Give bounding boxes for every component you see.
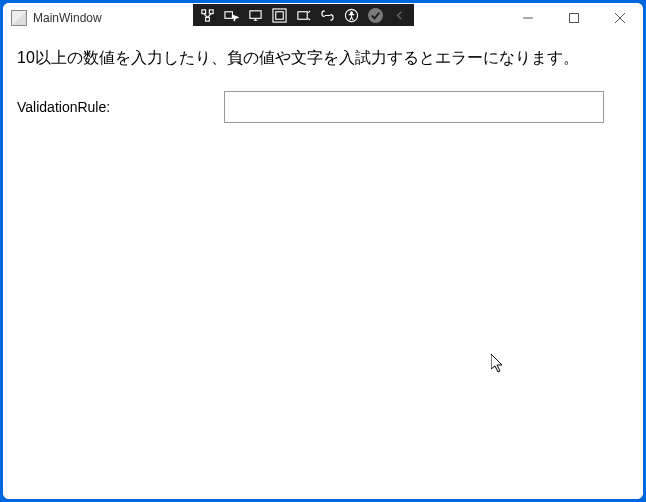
- check-icon[interactable]: [368, 8, 383, 23]
- svg-rect-6: [250, 10, 261, 18]
- validation-label: ValidationRule:: [17, 99, 224, 115]
- svg-line-18: [352, 17, 354, 20]
- display-layout-icon[interactable]: [244, 5, 267, 25]
- visual-tree-icon[interactable]: [196, 5, 219, 25]
- app-icon: [11, 10, 27, 26]
- content-area: 10以上の数値を入力したり、負の値や文字を入試力するとエラーになります。 Val…: [3, 33, 643, 499]
- maximize-button[interactable]: [551, 3, 597, 33]
- svg-rect-9: [276, 11, 284, 19]
- form-row: ValidationRule:: [17, 91, 629, 123]
- svg-rect-10: [273, 8, 286, 21]
- main-window: MainWindow: [3, 3, 643, 499]
- dev-toolbar: [193, 4, 414, 26]
- svg-rect-11: [298, 11, 307, 19]
- track-focus-icon[interactable]: [268, 5, 291, 25]
- collapse-chevron-icon[interactable]: [388, 5, 411, 25]
- svg-rect-1: [209, 9, 213, 13]
- binding-icon[interactable]: [316, 5, 339, 25]
- svg-rect-20: [570, 14, 579, 23]
- window-title: MainWindow: [33, 11, 102, 25]
- svg-point-14: [351, 11, 353, 13]
- window-controls: [505, 3, 643, 33]
- svg-rect-5: [225, 11, 233, 18]
- instruction-text: 10以上の数値を入力したり、負の値や文字を入試力するとエラーになります。: [17, 48, 629, 69]
- svg-rect-2: [206, 17, 210, 21]
- select-element-icon[interactable]: [220, 5, 243, 25]
- minimize-button[interactable]: [505, 3, 551, 33]
- svg-rect-0: [202, 9, 206, 13]
- titlebar: MainWindow: [3, 3, 643, 33]
- validation-input[interactable]: [224, 91, 604, 123]
- title-left: MainWindow: [3, 10, 102, 26]
- hot-reload-icon[interactable]: [292, 5, 315, 25]
- close-button[interactable]: [597, 3, 643, 33]
- accessibility-icon[interactable]: [340, 5, 363, 25]
